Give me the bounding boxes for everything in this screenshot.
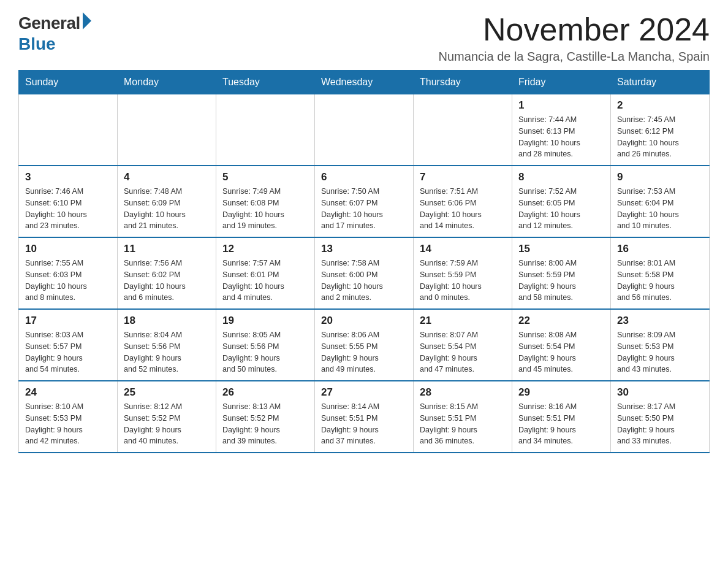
day-info: Sunrise: 7:57 AM Sunset: 6:01 PM Dayligh… <box>222 258 308 304</box>
day-info: Sunrise: 8:00 AM Sunset: 5:59 PM Dayligh… <box>518 258 604 304</box>
header-thursday: Thursday <box>414 71 512 94</box>
table-row <box>216 94 315 166</box>
day-number: 15 <box>518 243 604 255</box>
table-row: 27Sunrise: 8:14 AM Sunset: 5:51 PM Dayli… <box>315 381 414 453</box>
calendar-week-row: 1Sunrise: 7:44 AM Sunset: 6:13 PM Daylig… <box>19 94 710 166</box>
day-number: 5 <box>222 171 308 183</box>
header-friday: Friday <box>512 71 611 94</box>
page-header: General Blue November 2024 Numancia de l… <box>18 12 710 64</box>
day-number: 30 <box>617 386 703 399</box>
table-row: 11Sunrise: 7:56 AM Sunset: 6:02 PM Dayli… <box>118 237 216 309</box>
table-row <box>315 94 414 166</box>
table-row: 6Sunrise: 7:50 AM Sunset: 6:07 PM Daylig… <box>315 166 414 237</box>
day-info: Sunrise: 7:44 AM Sunset: 6:13 PM Dayligh… <box>518 114 604 160</box>
logo-blue-text: Blue <box>18 34 56 54</box>
calendar-body: 1Sunrise: 7:44 AM Sunset: 6:13 PM Daylig… <box>19 94 710 453</box>
table-row: 9Sunrise: 7:53 AM Sunset: 6:04 PM Daylig… <box>611 166 710 237</box>
day-info: Sunrise: 8:12 AM Sunset: 5:52 PM Dayligh… <box>124 401 210 447</box>
table-row: 26Sunrise: 8:13 AM Sunset: 5:52 PM Dayli… <box>216 381 315 453</box>
day-info: Sunrise: 8:06 AM Sunset: 5:55 PM Dayligh… <box>321 329 407 375</box>
table-row: 8Sunrise: 7:52 AM Sunset: 6:05 PM Daylig… <box>512 166 611 237</box>
day-number: 7 <box>420 171 506 183</box>
day-number: 2 <box>617 99 703 112</box>
day-number: 23 <box>617 315 703 327</box>
header-wednesday: Wednesday <box>315 71 414 94</box>
header-sunday: Sunday <box>19 71 118 94</box>
table-row: 10Sunrise: 7:55 AM Sunset: 6:03 PM Dayli… <box>19 237 118 309</box>
day-number: 22 <box>518 315 604 327</box>
title-section: November 2024 Numancia de la Sagra, Cast… <box>439 12 710 64</box>
table-row <box>118 94 216 166</box>
table-row <box>19 94 118 166</box>
table-row: 2Sunrise: 7:45 AM Sunset: 6:12 PM Daylig… <box>611 94 710 166</box>
day-info: Sunrise: 8:16 AM Sunset: 5:51 PM Dayligh… <box>518 401 604 447</box>
day-number: 19 <box>222 315 308 327</box>
table-row: 15Sunrise: 8:00 AM Sunset: 5:59 PM Dayli… <box>512 237 611 309</box>
day-info: Sunrise: 7:45 AM Sunset: 6:12 PM Dayligh… <box>617 114 703 160</box>
day-number: 9 <box>617 171 703 183</box>
day-info: Sunrise: 7:53 AM Sunset: 6:04 PM Dayligh… <box>617 186 703 232</box>
day-number: 29 <box>518 386 604 399</box>
table-row: 28Sunrise: 8:15 AM Sunset: 5:51 PM Dayli… <box>414 381 512 453</box>
day-info: Sunrise: 8:14 AM Sunset: 5:51 PM Dayligh… <box>321 401 407 447</box>
day-info: Sunrise: 8:13 AM Sunset: 5:52 PM Dayligh… <box>222 401 308 447</box>
calendar-week-row: 17Sunrise: 8:03 AM Sunset: 5:57 PM Dayli… <box>19 309 710 381</box>
table-row: 23Sunrise: 8:09 AM Sunset: 5:53 PM Dayli… <box>611 309 710 381</box>
day-info: Sunrise: 8:08 AM Sunset: 5:54 PM Dayligh… <box>518 329 604 375</box>
calendar-week-row: 3Sunrise: 7:46 AM Sunset: 6:10 PM Daylig… <box>19 166 710 237</box>
calendar-header: Sunday Monday Tuesday Wednesday Thursday… <box>19 71 710 94</box>
day-number: 1 <box>518 99 604 112</box>
day-info: Sunrise: 7:48 AM Sunset: 6:09 PM Dayligh… <box>124 186 210 232</box>
day-info: Sunrise: 7:59 AM Sunset: 5:59 PM Dayligh… <box>420 258 506 304</box>
day-info: Sunrise: 7:55 AM Sunset: 6:03 PM Dayligh… <box>25 258 111 304</box>
table-row: 18Sunrise: 8:04 AM Sunset: 5:56 PM Dayli… <box>118 309 216 381</box>
calendar-week-row: 24Sunrise: 8:10 AM Sunset: 5:53 PM Dayli… <box>19 381 710 453</box>
table-row: 17Sunrise: 8:03 AM Sunset: 5:57 PM Dayli… <box>19 309 118 381</box>
logo: General Blue <box>18 12 91 54</box>
day-number: 6 <box>321 171 407 183</box>
day-number: 18 <box>124 315 210 327</box>
day-number: 8 <box>518 171 604 183</box>
day-number: 16 <box>617 243 703 255</box>
table-row: 14Sunrise: 7:59 AM Sunset: 5:59 PM Dayli… <box>414 237 512 309</box>
day-info: Sunrise: 7:56 AM Sunset: 6:02 PM Dayligh… <box>124 258 210 304</box>
day-number: 28 <box>420 386 506 399</box>
table-row: 22Sunrise: 8:08 AM Sunset: 5:54 PM Dayli… <box>512 309 611 381</box>
calendar-table: Sunday Monday Tuesday Wednesday Thursday… <box>18 70 710 453</box>
day-number: 13 <box>321 243 407 255</box>
days-header-row: Sunday Monday Tuesday Wednesday Thursday… <box>19 71 710 94</box>
table-row: 4Sunrise: 7:48 AM Sunset: 6:09 PM Daylig… <box>118 166 216 237</box>
table-row: 1Sunrise: 7:44 AM Sunset: 6:13 PM Daylig… <box>512 94 611 166</box>
day-number: 11 <box>124 243 210 255</box>
day-number: 27 <box>321 386 407 399</box>
table-row: 25Sunrise: 8:12 AM Sunset: 5:52 PM Dayli… <box>118 381 216 453</box>
day-info: Sunrise: 8:17 AM Sunset: 5:50 PM Dayligh… <box>617 401 703 447</box>
day-number: 21 <box>420 315 506 327</box>
calendar-week-row: 10Sunrise: 7:55 AM Sunset: 6:03 PM Dayli… <box>19 237 710 309</box>
day-number: 20 <box>321 315 407 327</box>
table-row: 12Sunrise: 7:57 AM Sunset: 6:01 PM Dayli… <box>216 237 315 309</box>
header-tuesday: Tuesday <box>216 71 315 94</box>
day-number: 17 <box>25 315 111 327</box>
day-number: 26 <box>222 386 308 399</box>
day-info: Sunrise: 7:58 AM Sunset: 6:00 PM Dayligh… <box>321 258 407 304</box>
table-row: 20Sunrise: 8:06 AM Sunset: 5:55 PM Dayli… <box>315 309 414 381</box>
day-info: Sunrise: 8:04 AM Sunset: 5:56 PM Dayligh… <box>124 329 210 375</box>
day-info: Sunrise: 8:09 AM Sunset: 5:53 PM Dayligh… <box>617 329 703 375</box>
table-row: 19Sunrise: 8:05 AM Sunset: 5:56 PM Dayli… <box>216 309 315 381</box>
table-row <box>414 94 512 166</box>
table-row: 21Sunrise: 8:07 AM Sunset: 5:54 PM Dayli… <box>414 309 512 381</box>
logo-general-text: General <box>18 13 80 33</box>
day-info: Sunrise: 8:05 AM Sunset: 5:56 PM Dayligh… <box>222 329 308 375</box>
header-saturday: Saturday <box>611 71 710 94</box>
day-info: Sunrise: 7:49 AM Sunset: 6:08 PM Dayligh… <box>222 186 308 232</box>
day-info: Sunrise: 7:46 AM Sunset: 6:10 PM Dayligh… <box>25 186 111 232</box>
day-info: Sunrise: 7:50 AM Sunset: 6:07 PM Dayligh… <box>321 186 407 232</box>
day-info: Sunrise: 7:51 AM Sunset: 6:06 PM Dayligh… <box>420 186 506 232</box>
table-row: 13Sunrise: 7:58 AM Sunset: 6:00 PM Dayli… <box>315 237 414 309</box>
table-row: 16Sunrise: 8:01 AM Sunset: 5:58 PM Dayli… <box>611 237 710 309</box>
day-number: 12 <box>222 243 308 255</box>
subtitle: Numancia de la Sagra, Castille-La Mancha… <box>439 50 710 64</box>
main-title: November 2024 <box>439 12 710 47</box>
day-number: 3 <box>25 171 111 183</box>
